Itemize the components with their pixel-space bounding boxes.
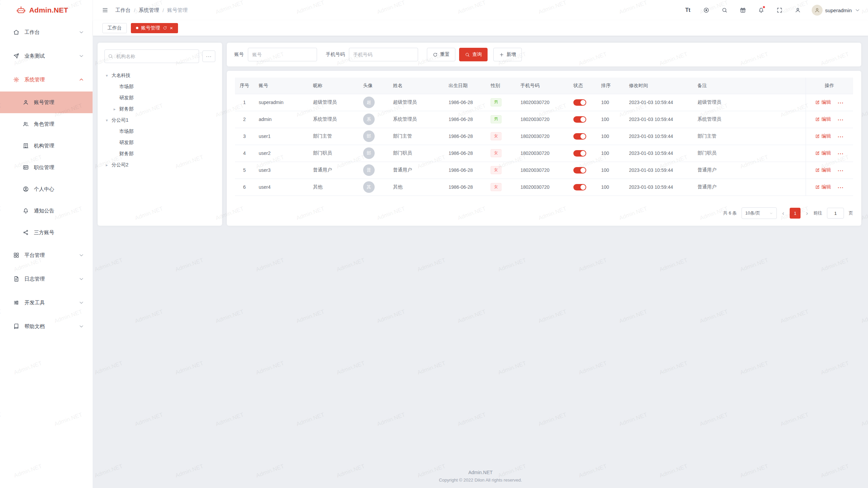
sidebar-item-role-management[interactable]: 角色管理 [0,113,93,135]
col-seq: 序号 [235,78,254,94]
sidebar-menu: 工作台 业务测试 系统管理 账号管理 角色管理 [0,20,93,338]
org-search-input[interactable] [104,49,199,63]
goto-label: 前往 [813,210,822,216]
tree-node[interactable]: 分公司1 [104,115,215,126]
add-button[interactable]: 新增 [493,48,522,61]
tab-workbench[interactable]: 工作台 [102,23,127,33]
table-row[interactable]: 1 superadmin 超级管理员 超 超级管理员 1986-06-28 男 … [235,94,853,111]
close-icon[interactable]: × [170,25,173,30]
row-more-button[interactable]: ··· [838,134,844,140]
current-page-button[interactable]: 1 [790,208,801,219]
reset-label: 重置 [440,52,450,58]
status-toggle[interactable] [573,167,586,174]
edit-button[interactable]: 编辑 [815,99,831,105]
status-toggle[interactable] [573,133,586,140]
font-size-button[interactable]: Tt [682,4,694,17]
row-more-button[interactable]: ··· [838,100,844,106]
tree-node[interactable]: 市场部 [104,126,215,137]
avatar: 超 [363,97,375,108]
users-icon [23,121,29,127]
table-row[interactable]: 3 user1 部门主管 部 部门主管 1986-06-28 女 1802003… [235,128,853,145]
gift-button[interactable] [736,4,749,17]
edit-button[interactable]: 编辑 [815,184,831,190]
org-more-button[interactable]: ··· [202,50,215,62]
book-icon [13,323,19,329]
sidebar-item-account-management[interactable]: 账号管理 [0,92,93,113]
tree-node[interactable]: 研发部 [104,92,215,103]
sidebar-item-personal-center[interactable]: 个人中心 [0,178,93,200]
sidebar-item-position-management[interactable]: 职位管理 [0,157,93,178]
sidebar-item-third-party-account[interactable]: 三方账号 [0,222,93,243]
row-more-button[interactable]: ··· [838,185,844,190]
sidebar-item-help-docs[interactable]: 帮助文档 [0,314,93,338]
collapse-menu-button[interactable] [100,5,110,15]
edit-label: 编辑 [822,116,831,122]
sidebar-item-log-management[interactable]: 日志管理 [0,267,93,291]
edit-button[interactable]: 编辑 [815,150,831,156]
reset-button[interactable]: 重置 [427,48,455,61]
prev-page-button[interactable]: ‹ [782,210,785,216]
tree-node[interactable]: 财务部 [104,103,215,115]
sidebar-item-system-management[interactable]: 系统管理 [0,68,93,92]
table-row[interactable]: 4 user2 部门职员 部 部门职员 1986-06-28 女 1802003… [235,145,853,162]
user-icon [23,99,29,105]
sidebar-item-dev-tools[interactable]: 开发工具 [0,291,93,314]
notification-button[interactable] [755,4,768,17]
tree-node[interactable]: 财务部 [104,148,215,159]
user-circle-icon [23,186,29,192]
disc-icon [703,7,709,13]
refresh-icon[interactable] [163,26,167,30]
edit-button[interactable]: 编辑 [815,133,831,139]
global-search-button[interactable] [718,4,731,17]
sidebar-item-org-management[interactable]: 机构管理 [0,135,93,157]
status-toggle[interactable] [573,116,586,123]
caret-right-icon[interactable] [114,107,119,111]
account-input[interactable] [248,48,317,61]
page-size-select[interactable]: 10条/页 [742,207,777,219]
col-order: 排序 [596,78,624,94]
sidebar-item-notice[interactable]: 通知公告 [0,200,93,222]
avatar-person-icon [814,7,820,13]
tab-account-management[interactable]: 账号管理 × [131,23,178,33]
tree-node[interactable]: 分公司2 [104,159,215,170]
edit-label: 编辑 [822,167,831,173]
row-more-button[interactable]: ··· [838,117,844,123]
tree-node-label: 财务部 [119,151,134,157]
row-more-button[interactable]: ··· [838,168,844,174]
avatar: 其 [363,181,375,193]
col-phone: 手机号码 [516,78,569,94]
status-toggle[interactable] [573,150,586,157]
user-menu[interactable]: superadmin [812,5,861,16]
goto-page-input[interactable] [827,208,844,219]
caret-right-icon[interactable] [106,163,112,167]
edit-button[interactable]: 编辑 [815,167,831,173]
sidebar-item-business-test[interactable]: 业务测试 [0,44,93,68]
edit-button[interactable]: 编辑 [815,116,831,122]
tree-node[interactable]: 研发部 [104,137,215,148]
breadcrumb-item[interactable]: 系统管理 [139,7,159,14]
status-toggle[interactable] [573,99,586,106]
search-button[interactable]: 查询 [459,48,488,61]
add-label: 新增 [507,52,516,58]
caret-down-icon[interactable] [106,73,112,78]
next-page-button[interactable]: › [805,210,809,216]
breadcrumb-item[interactable]: 工作台 [115,7,131,14]
tree-node-label: 市场部 [119,84,134,90]
sidebar-item-workbench[interactable]: 工作台 [0,20,93,44]
search-icon [108,54,113,59]
profile-button[interactable] [791,4,804,17]
row-more-button[interactable]: ··· [838,151,844,157]
table-row[interactable]: 6 user4 其他 其 其他 1986-06-28 女 18020030720… [235,179,853,196]
sidebar-item-platform-management[interactable]: 平台管理 [0,243,93,267]
tree-node[interactable]: 大名科技 [104,70,215,81]
fullscreen-button[interactable] [773,4,786,17]
table-row[interactable]: 2 admin 系统管理员 系 系统管理员 1986-06-28 男 18020… [235,111,853,128]
status-toggle[interactable] [573,184,586,190]
phone-input[interactable] [349,48,418,61]
page-size-value: 10条/页 [745,210,760,216]
caret-down-icon[interactable] [106,118,112,123]
table-row[interactable]: 5 user3 普通用户 普 普通用户 1986-06-28 女 1802003… [235,162,853,179]
theme-button[interactable] [700,4,713,17]
id-card-icon [23,164,29,170]
tree-node[interactable]: 市场部 [104,81,215,92]
